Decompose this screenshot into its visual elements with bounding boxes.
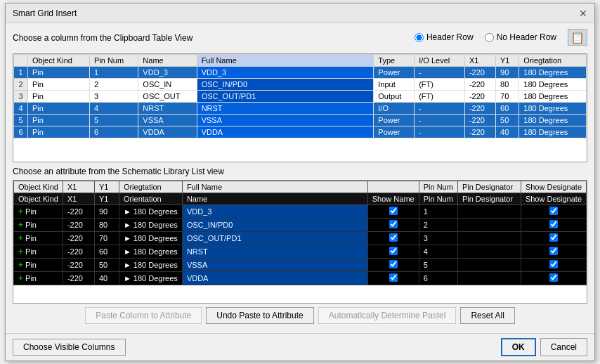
top-table-cell: Pin — [28, 115, 90, 126]
paste-column-button[interactable]: Paste Column to Attribute — [85, 307, 202, 324]
show-desig-checkbox[interactable] — [549, 273, 558, 282]
show-desig-checkbox[interactable] — [549, 220, 558, 228]
top-table-cell: -220 — [464, 67, 495, 79]
bottom-table-row[interactable]: + Pin-22060► 180 DegreesNRST4 — [14, 245, 587, 259]
bottom-cell-y1: 40 — [94, 272, 119, 285]
bh-obj: Object Kind — [14, 193, 63, 205]
bottom-cell-ori: ► 180 Degrees — [119, 205, 182, 219]
bottom-cell-pinnum: 1 — [419, 205, 457, 219]
col-x1[interactable]: X1 — [464, 55, 495, 67]
bcol-obj[interactable]: Object Kind — [14, 181, 63, 193]
col-io-level[interactable]: I/O Level — [415, 55, 465, 67]
top-table-row[interactable]: 4Pin4NRSTNRSTI/O--22060180 Degrees — [14, 103, 587, 115]
top-table-cell: Power — [374, 115, 415, 126]
bottom-cell-x1: -220 — [63, 205, 94, 219]
bottom-cell-x1: -220 — [63, 245, 94, 259]
top-table-row[interactable]: 6Pin6VDDAVDDAPower--22040180 Degrees — [14, 126, 587, 138]
footer-buttons: Choose Visible Columns OK Cancel — [6, 333, 594, 360]
bottom-cell-pindesig — [457, 219, 521, 232]
ok-button[interactable]: OK — [501, 338, 536, 356]
show-desig-checkbox[interactable] — [549, 260, 558, 268]
bottom-cell-pinnum: 3 — [419, 232, 457, 245]
top-table-cell: (FT) — [415, 91, 465, 103]
bottom-cell-showname — [367, 245, 419, 259]
top-table-cell: NRST — [138, 103, 197, 115]
show-desig-checkbox[interactable] — [549, 233, 558, 242]
expand-icon: + — [18, 260, 23, 270]
top-table-cell: 180 Degrees — [519, 79, 587, 91]
bottom-cell-pindesig — [457, 259, 521, 272]
bottom-cell-pinnum: 2 — [419, 219, 457, 232]
top-table-cell: 1 — [89, 67, 138, 79]
undo-paste-button[interactable]: Undo Paste to Attribute — [206, 307, 313, 324]
no-header-row-radio[interactable]: No Header Row — [485, 32, 556, 42]
show-desig-checkbox[interactable] — [549, 207, 558, 215]
show-name-checkbox[interactable] — [389, 233, 398, 242]
auto-determine-button[interactable]: Automatically Determine Pastel — [318, 307, 457, 324]
close-button[interactable]: ✕ — [579, 8, 587, 18]
bottom-table-row[interactable]: + Pin-22080► 180 DegreesOSC_IN/PD02 — [14, 219, 587, 232]
bottom-cell-y1: 90 — [94, 205, 119, 219]
bottom-cell-y1: 60 — [94, 245, 119, 259]
col-y1[interactable]: Y1 — [496, 55, 519, 67]
top-table-cell: - — [415, 126, 465, 138]
bottom-cell-ori: ► 180 Degrees — [119, 245, 182, 259]
top-table-header-row: Object Kind Pin Num Name Full Name Type … — [14, 55, 587, 67]
col-object-kind[interactable]: Object Kind — [28, 55, 90, 67]
top-table-cell: (FT) — [415, 79, 465, 91]
bcol-pin-desig[interactable]: Pin Designator — [457, 181, 521, 193]
top-table-cell: Pin — [28, 67, 90, 79]
top-table-row[interactable]: 3Pin3OSC_OUTOSC_OUT/PD1Output(FT)-220701… — [14, 91, 587, 103]
top-table-cell: OSC_IN — [138, 79, 197, 91]
bottom-table-row[interactable]: + Pin-22090► 180 DegreesVDD_31 — [14, 205, 587, 219]
bottom-cell-pindesig — [457, 232, 521, 245]
top-table-cell: Pin — [28, 126, 90, 138]
bottom-table-container: Object Kind X1 Y1 Oriegtation Full Name … — [13, 180, 587, 304]
bottom-table-row[interactable]: + Pin-22040► 180 DegreesVDDA6 — [14, 272, 587, 285]
col-rownum — [14, 55, 28, 67]
cancel-button[interactable]: Cancel — [540, 338, 587, 356]
top-table-cell: 50 — [496, 115, 519, 126]
show-desig-checkbox[interactable] — [549, 247, 558, 255]
show-name-checkbox[interactable] — [389, 260, 398, 268]
choose-visible-columns-button[interactable]: Choose Visible Columns — [13, 339, 126, 356]
col-pin-num[interactable]: Pin Num — [89, 55, 138, 67]
bcol-y1[interactable]: Y1 — [94, 181, 119, 193]
header-row-radio[interactable]: Header Row — [415, 32, 474, 42]
top-table-cell: NRST — [197, 103, 374, 115]
top-table-cell: OSC_OUT — [138, 91, 197, 103]
top-section-label: Choose a column from the Clipboard Table… — [13, 33, 193, 43]
expand-icon: + — [18, 273, 23, 283]
top-table-cell: -220 — [464, 79, 495, 91]
show-name-checkbox[interactable] — [389, 220, 398, 228]
bcol-pin-num[interactable]: Pin Num — [419, 181, 457, 193]
bottom-cell-x1: -220 — [63, 232, 94, 245]
reset-all-button[interactable]: Reset All — [460, 307, 514, 324]
bottom-cell-pindesig — [457, 205, 521, 219]
top-table-cell: VSSA — [138, 115, 197, 126]
top-table-row[interactable]: 1Pin1VDD_3VDD_3Power--22090180 Degrees — [14, 67, 587, 79]
top-table-row[interactable]: 2Pin2OSC_INOSC_IN/PD0Input(FT)-22080180 … — [14, 79, 587, 91]
col-type[interactable]: Type — [374, 55, 415, 67]
show-name-checkbox[interactable] — [389, 207, 398, 215]
top-table-row[interactable]: 5Pin5VSSAVSSAPower--22050180 Degrees — [14, 115, 587, 126]
bottom-cell-showname — [367, 219, 419, 232]
bottom-cell-pindesig — [457, 272, 521, 285]
top-table-cell: 80 — [496, 79, 519, 91]
bh-ori: Orientation — [119, 193, 182, 205]
top-table-cell: 3 — [14, 91, 28, 103]
bcol-x1[interactable]: X1 — [63, 181, 94, 193]
bottom-table-row[interactable]: + Pin-22070► 180 DegreesOSC_OUT/PD13 — [14, 232, 587, 245]
col-name[interactable]: Name — [138, 55, 197, 67]
no-header-row-label: No Header Row — [497, 32, 556, 42]
bcol-show-desig[interactable]: Show Designate — [521, 181, 586, 193]
bcol-fullname[interactable]: Full Name — [182, 181, 367, 193]
bh-pinnum: Pin Num — [419, 193, 457, 205]
show-name-checkbox[interactable] — [389, 273, 398, 282]
col-orientation[interactable]: Oriegtation — [519, 55, 587, 67]
bcol-ori[interactable]: Oriegtation — [119, 181, 182, 193]
show-name-checkbox[interactable] — [389, 247, 398, 255]
bottom-table-row[interactable]: + Pin-22050► 180 DegreesVSSA5 — [14, 259, 587, 272]
col-full-name[interactable]: Full Name — [197, 55, 374, 67]
clipboard-icon[interactable]: 📋 — [568, 29, 587, 46]
